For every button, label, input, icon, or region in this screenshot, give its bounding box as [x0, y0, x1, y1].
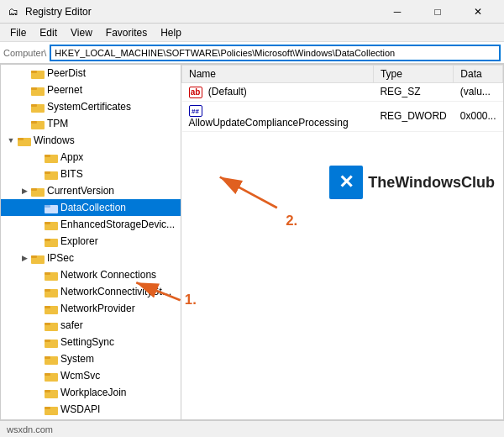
menu-view[interactable]: View — [64, 25, 99, 40]
col-name: Name — [182, 66, 374, 83]
tree-item-ipsec[interactable]: ▶ IPSec — [1, 250, 181, 266]
tree-label-explorer: Explorer — [60, 235, 98, 247]
svg-rect-5 — [31, 104, 37, 107]
tree-item-networkconnections[interactable]: ▶ Network Connections — [1, 266, 181, 283]
menu-help[interactable]: Help — [154, 25, 188, 40]
folder-icon — [31, 252, 45, 264]
tree-label-datacollection: DataCollection — [60, 202, 126, 213]
svg-rect-3 — [31, 87, 37, 90]
tree-item-appx[interactable]: ▶ Appx — [1, 149, 181, 166]
menu-file[interactable]: File — [3, 25, 33, 40]
tree-label-wsdapi: WSDAPI — [60, 403, 100, 415]
tree-label-peerdist: PeerDist — [47, 67, 86, 79]
svg-rect-7 — [31, 121, 37, 124]
minimize-button[interactable]: ─ — [378, 0, 417, 24]
tree-label-networkconnections: Network Connections — [60, 269, 156, 281]
tree-item-wsdapi[interactable]: ▶ WSDAPI — [1, 401, 181, 418]
tree-item-networkconnectivitystat[interactable]: ▶ NetworkConnectivityStat... — [1, 283, 181, 300]
svg-rect-33 — [45, 340, 50, 342]
folder-icon — [45, 151, 58, 163]
folder-icon — [31, 84, 45, 96]
svg-rect-17 — [45, 205, 50, 208]
svg-rect-15 — [31, 188, 37, 191]
tree-label-bits: BITS — [60, 168, 83, 180]
cell-name-allowupdate: ## AllowUpdateComplianceProcessing — [182, 101, 374, 132]
type-icon-dword: ## — [189, 105, 202, 117]
svg-rect-23 — [31, 255, 37, 258]
folder-icon-datacollection — [45, 202, 58, 213]
folder-icon — [45, 336, 58, 348]
tree-item-windowsadvancedthreat[interactable]: ▶ Windows Advanced Threat I... — [1, 418, 181, 419]
tree-item-networkprovider[interactable]: ▶ NetworkProvider — [1, 300, 181, 317]
svg-rect-19 — [45, 222, 50, 224]
table-row[interactable]: ## AllowUpdateComplianceProcessing REG_D… — [182, 101, 503, 132]
cell-data-default: (valu... — [454, 83, 503, 102]
tree-label-system: System — [60, 353, 94, 365]
close-button[interactable]: ✕ — [459, 0, 497, 24]
svg-rect-39 — [45, 390, 50, 392]
tree-label-enhancedstorage: EnhancedStorageDevic... — [60, 218, 175, 230]
tree-item-windows[interactable]: ▼ Windows — [1, 132, 181, 149]
toggle-windows[interactable]: ▼ — [4, 134, 18, 147]
tree-item-bits[interactable]: ▶ BITS — [1, 166, 181, 182]
table-row[interactable]: ab (Default) REG_SZ (valu... — [182, 83, 503, 102]
reg-name-allowupdate: AllowUpdateComplianceProcessing — [189, 117, 349, 129]
tree-item-peernet[interactable]: ▶ Peernet — [1, 82, 181, 98]
tree-pane: ▶ PeerDist ▶ Peernet ▶ SystemCertificate… — [1, 65, 181, 419]
title-bar-controls: ─ □ ✕ — [378, 0, 497, 24]
tree-label-currentversion: CurrentVersion — [47, 185, 114, 197]
tree-item-tpm[interactable]: ▶ TPM — [1, 115, 181, 132]
svg-rect-41 — [45, 407, 50, 409]
folder-icon — [45, 235, 58, 247]
tree-item-peerdist[interactable]: ▶ PeerDist — [1, 65, 181, 82]
address-bar: Computer\ — [0, 42, 504, 64]
tree-label-safer: safer — [60, 319, 83, 331]
tree-label-wcmsvc: WcmSvc — [60, 370, 100, 382]
menu-edit[interactable]: Edit — [33, 25, 64, 40]
tree-item-enhancedstorage[interactable]: ▶ EnhancedStorageDevic... — [1, 216, 181, 233]
reg-name-default: (Default) — [208, 86, 247, 97]
svg-rect-21 — [45, 239, 50, 241]
tree-item-explorer[interactable]: ▶ Explorer — [1, 233, 181, 250]
type-icon-ab: ab — [189, 87, 202, 98]
col-data: Data — [454, 66, 503, 83]
tree-item-workplacejoin[interactable]: ▶ WorkplaceJoin — [1, 384, 181, 401]
folder-icon — [45, 218, 58, 230]
tree-item-currentversion[interactable]: ▶ CurrentVersion — [1, 182, 181, 199]
tree-item-settingsync[interactable]: ▶ SettingSync — [1, 334, 181, 350]
folder-icon — [45, 403, 58, 415]
app-icon: 🗂 — [7, 5, 20, 18]
tree-label-windows: Windows — [34, 134, 75, 146]
tree-label-ipsec: IPSec — [47, 252, 74, 264]
tree-label-peernet: Peernet — [47, 84, 82, 96]
folder-icon — [45, 319, 58, 331]
svg-rect-31 — [45, 323, 50, 325]
tree-item-safer[interactable]: ▶ safer — [1, 317, 181, 334]
menu-favorites[interactable]: Favorites — [99, 25, 154, 40]
status-bar: wsxdn.com — [0, 420, 504, 437]
tree-label-networkprovider: NetworkProvider — [60, 303, 135, 314]
address-input[interactable] — [50, 45, 501, 61]
toggle-ipsec[interactable]: ▶ — [18, 251, 31, 265]
tree-label-workplacejoin: WorkplaceJoin — [60, 387, 126, 398]
cell-type-default: REG_SZ — [373, 83, 453, 102]
main-content: ▶ PeerDist ▶ Peernet ▶ SystemCertificate… — [0, 64, 504, 420]
tree-item-systemcerts[interactable]: ▶ SystemCertificates — [1, 98, 181, 115]
svg-rect-13 — [45, 171, 50, 174]
tree-item-datacollection[interactable]: ▶ DataCollection — [1, 199, 181, 216]
col-type: Type — [373, 66, 453, 83]
title-bar-text: Registry Editor — [25, 6, 92, 18]
menu-bar: File Edit View Favorites Help — [0, 24, 504, 42]
tree-item-wcmsvc[interactable]: ▶ WcmSvc — [1, 367, 181, 384]
tree-label-settingsync: SettingSync — [60, 336, 114, 348]
folder-icon — [45, 353, 58, 365]
registry-scroll: Name Type Data ab (Default) REG_SZ (valu… — [181, 65, 503, 419]
tree-item-system[interactable]: ▶ System — [1, 350, 181, 367]
svg-rect-11 — [45, 155, 50, 157]
svg-rect-1 — [31, 71, 37, 73]
maximize-button[interactable]: □ — [418, 0, 457, 24]
folder-icon — [45, 370, 58, 382]
svg-rect-27 — [45, 289, 50, 292]
svg-rect-29 — [45, 306, 50, 308]
toggle-currentversion[interactable]: ▶ — [18, 184, 31, 197]
